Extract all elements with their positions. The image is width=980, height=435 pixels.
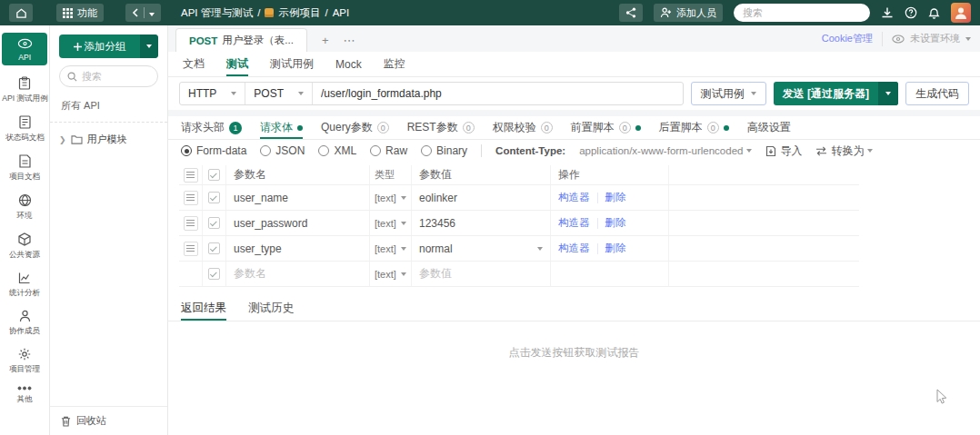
chevron-left-icon[interactable]	[132, 8, 139, 17]
param-type-select[interactable]: [text]	[370, 185, 412, 210]
sidebar-item-project-manage[interactable]: 项目管理	[2, 348, 47, 375]
param-name-cell[interactable]: user_name	[226, 185, 370, 210]
tab-response-result[interactable]: 返回结果	[181, 296, 226, 321]
chevron-down-icon[interactable]	[149, 7, 155, 18]
more-tabs-button[interactable]: ⋯	[344, 35, 355, 46]
radio-raw[interactable]: Raw	[370, 144, 407, 157]
row-checkbox[interactable]	[208, 192, 220, 203]
breadcrumb-root[interactable]: API 管理与测试	[181, 6, 253, 20]
sidebar-item-statistics[interactable]: 统计分析	[2, 272, 47, 299]
request-section-tabs: 请求头部 1 请求体 Query参数 0 REST参数 0 权限校验 0	[168, 116, 980, 140]
help-icon[interactable]	[905, 6, 917, 19]
radio-json[interactable]: JSON	[260, 144, 305, 157]
tab-document[interactable]: 文档	[183, 52, 205, 76]
builder-link[interactable]: 构造器	[558, 216, 590, 230]
param-type-select[interactable]: [text]	[370, 262, 412, 286]
main-content: POST 用户登录（表... + ⋯ Cookie管理 未设置环境 文档	[168, 25, 980, 435]
tab-pre-script[interactable]: 前置脚本 0	[571, 116, 641, 139]
tab-monitor[interactable]: 监控	[384, 52, 405, 76]
radio-form-data[interactable]: Form-data	[181, 144, 246, 157]
radio-xml[interactable]: XML	[318, 144, 356, 157]
delete-link[interactable]: 删除	[605, 191, 626, 204]
features-menu-button[interactable]: 功能	[56, 4, 104, 22]
param-value-input[interactable]: 参数值	[412, 262, 551, 286]
all-api-item[interactable]: 所有 API	[50, 87, 167, 123]
share-button[interactable]	[619, 4, 643, 22]
content-type-select[interactable]: application/x-www-form-urlencoded	[579, 145, 752, 156]
group-search-box[interactable]	[59, 65, 158, 87]
param-value-select[interactable]: normal	[412, 236, 551, 261]
tab-post-script[interactable]: 后置脚本 0	[659, 116, 729, 139]
tab-request-body[interactable]: 请求体	[260, 116, 303, 139]
method-select[interactable]: POST	[245, 83, 313, 104]
tab-request-headers[interactable]: 请求头部 1	[181, 116, 242, 139]
add-tab-button[interactable]: +	[322, 35, 329, 46]
param-name-input[interactable]: 参数名	[226, 262, 370, 286]
tab-test[interactable]: 测试	[226, 52, 248, 76]
param-value-cell[interactable]: eolinker	[412, 185, 551, 210]
sidebar-item-project-doc[interactable]: 项目文档	[2, 154, 47, 183]
home-button[interactable]	[9, 4, 33, 22]
tab-mock[interactable]: Mock	[335, 52, 362, 76]
param-type-select[interactable]: [text]	[370, 236, 412, 261]
radio-binary[interactable]: Binary	[421, 144, 467, 157]
breadcrumb-page[interactable]: API	[333, 7, 350, 18]
api-tab-strip: POST 用户登录（表... + ⋯ Cookie管理 未设置环境	[168, 25, 980, 52]
generate-code-button[interactable]: 生成代码	[905, 82, 969, 105]
user-avatar[interactable]	[951, 3, 971, 23]
sidebar-item-api[interactable]: API	[2, 33, 47, 65]
cookie-manage-link[interactable]: Cookie管理	[822, 32, 873, 45]
breadcrumb-project[interactable]: 示例项目	[278, 6, 320, 20]
drag-handle[interactable]	[184, 242, 198, 256]
send-dropdown[interactable]	[878, 82, 898, 105]
param-name-cell[interactable]: user_type	[226, 236, 370, 261]
convert-button[interactable]: 转换为	[815, 143, 873, 159]
tab-auth-check[interactable]: 权限校验 0	[493, 116, 553, 139]
tab-test-case[interactable]: 测试用例	[270, 52, 314, 76]
param-table: 参数名 类型 参数值 操作 user_name [text] eolinker …	[179, 165, 859, 287]
param-name-cell[interactable]: user_password	[226, 211, 370, 235]
delete-link[interactable]: 删除	[605, 242, 626, 255]
count-badge: 0	[541, 122, 553, 133]
sidebar-item-environment[interactable]: 环境	[2, 193, 47, 222]
tab-advanced-settings[interactable]: 高级设置	[747, 116, 791, 139]
row-checkbox[interactable]	[208, 217, 220, 229]
http-method-label: POST	[189, 35, 217, 46]
builder-link[interactable]: 构造器	[558, 191, 590, 204]
group-folder-user-module[interactable]: ❯ 用户模块	[50, 123, 167, 156]
drag-handle[interactable]	[184, 216, 198, 231]
add-group-dropdown[interactable]	[140, 35, 158, 58]
tab-test-history[interactable]: 测试历史	[248, 296, 294, 321]
tab-api-post-login[interactable]: POST 用户登录（表...	[175, 28, 307, 52]
drag-handle[interactable]	[184, 191, 198, 205]
tab-query-params[interactable]: Query参数 0	[321, 116, 389, 139]
environment-select[interactable]: 未设置环境	[892, 32, 971, 45]
tab-rest-params[interactable]: REST参数 0	[407, 116, 475, 139]
global-search-input[interactable]	[734, 4, 870, 22]
group-search-input[interactable]	[82, 71, 155, 82]
select-all-checkbox[interactable]	[208, 169, 220, 181]
recycle-bin-item[interactable]: 回收站	[50, 406, 167, 435]
builder-link[interactable]: 构造器	[558, 242, 590, 255]
expand-arrow-icon[interactable]: ❯	[59, 135, 66, 144]
radio-icon	[370, 145, 381, 156]
row-checkbox[interactable]	[208, 268, 220, 280]
sidebar-item-status-code-doc[interactable]: 状态码文档	[2, 115, 47, 143]
protocol-select[interactable]: HTTP	[180, 83, 245, 104]
add-group-button[interactable]: 添加分组	[59, 35, 158, 58]
send-button[interactable]: 发送 [通过服务器]	[774, 82, 898, 105]
sidebar-item-others[interactable]: 其他	[2, 386, 47, 405]
import-button[interactable]: 导入	[765, 143, 802, 159]
sidebar-item-api-test-case[interactable]: API 测试用例	[2, 76, 47, 104]
param-value-cell[interactable]: 123456	[412, 211, 551, 235]
add-member-button[interactable]: 添加人员	[654, 4, 723, 22]
test-case-button[interactable]: 测试用例	[691, 82, 766, 105]
delete-link[interactable]: 删除	[605, 216, 626, 230]
download-icon[interactable]	[881, 6, 894, 19]
sidebar-item-public-resource[interactable]: 公共资源	[2, 232, 47, 261]
row-checkbox[interactable]	[208, 242, 220, 254]
request-url-input[interactable]	[313, 87, 683, 100]
bell-icon[interactable]	[928, 6, 940, 19]
sidebar-item-members[interactable]: 协作成员	[2, 310, 47, 337]
param-type-select[interactable]: [text]	[370, 211, 412, 235]
